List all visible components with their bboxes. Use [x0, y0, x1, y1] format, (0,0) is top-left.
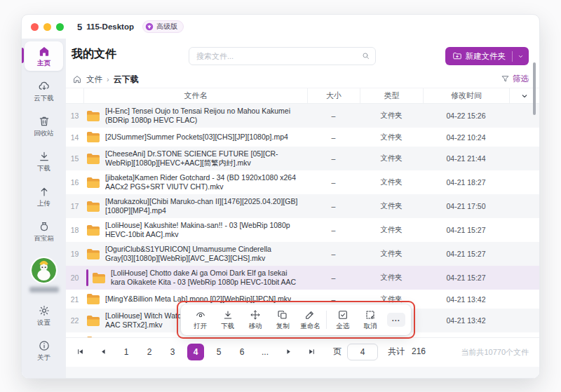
folder-icon	[92, 272, 106, 284]
sidebar-item-home[interactable]: 主页	[25, 41, 63, 71]
toolbar-action-select-all[interactable]: 全选	[329, 309, 356, 331]
page-first-icon[interactable]	[72, 344, 88, 360]
sidebar-item-label: 上传	[37, 199, 50, 208]
new-folder-button[interactable]: 新建文件夹	[445, 47, 529, 65]
toolbar-action-open-eye[interactable]: 打开	[187, 309, 214, 331]
sidebar-item-1[interactable]: 云下载	[25, 76, 63, 106]
table-row[interactable]: 15[CheeseAni] Dr.STONE SCIENCE FUTURE [0…	[66, 147, 539, 170]
pagination-bar: 123456... 页 共计216 当前共10770个文件	[66, 337, 539, 365]
sidebar-item-5[interactable]: 百宝箱	[25, 217, 63, 246]
folder-icon	[86, 153, 100, 165]
file-size: –	[307, 273, 360, 282]
table-row[interactable]: 20[LoliHouse] Chotto dake Ai ga Omoi Dar…	[66, 266, 539, 290]
page-button-2[interactable]: 2	[141, 344, 158, 360]
vip-icon	[145, 22, 154, 31]
table-row[interactable]: 17[Marukazoku][Chibi Maruko-chan II][147…	[66, 194, 539, 218]
folder-icon	[86, 201, 100, 212]
sidebar-bottom: 设置关于	[25, 258, 63, 378]
sidebar-footer-item-1[interactable]: 关于	[25, 336, 63, 365]
toolbar-action-label: 重命名	[300, 322, 320, 331]
file-name-cell: [LoliHouse] Chotto dake Ai ga Omoi Dark …	[83, 266, 307, 290]
page-button-6[interactable]: 6	[234, 344, 250, 360]
file-name: [Marukazoku][Chibi Maruko-chan II][1476]…	[105, 197, 302, 215]
page-last-icon[interactable]	[303, 344, 320, 360]
premium-badge[interactable]: 高级版	[142, 20, 184, 33]
table-row[interactable]: 16[jibaketa]Kamen Rider Gotchard - 34 (B…	[66, 170, 539, 194]
folder-plus-icon	[452, 51, 462, 61]
sidebar-item-2[interactable]: 回收站	[25, 111, 63, 141]
page-button-3[interactable]: 3	[164, 344, 181, 360]
toolbar-divider	[326, 311, 327, 329]
file-name-cell: [LoliHouse] Kakushite! Makina-san!! - 03…	[83, 218, 307, 242]
info-icon	[38, 339, 50, 352]
file-size: –	[307, 295, 360, 304]
sidebar-item-4[interactable]: 上传	[25, 182, 63, 211]
column-filename[interactable]: 文件名	[83, 88, 307, 103]
toolbar-action-label: 取消	[363, 322, 377, 331]
toolbar-action-rename[interactable]: 重命名	[297, 309, 324, 331]
search-input[interactable]	[189, 47, 376, 65]
username-blurred	[29, 287, 59, 292]
home-breadcrumb-icon[interactable]	[72, 74, 82, 84]
page-prev-icon[interactable]	[95, 344, 111, 360]
breadcrumb: 文件 › 云下载 筛选	[66, 71, 539, 88]
page-button-5[interactable]: 5	[210, 344, 227, 360]
table-row[interactable]: 13[H-Enc] Tensei Oujo to Tensai Reijou n…	[66, 104, 539, 128]
page-button-4[interactable]: 4	[187, 344, 204, 360]
avatar[interactable]	[32, 258, 56, 283]
total-value: 216	[412, 346, 426, 356]
toolbar-action-copy[interactable]: 复制	[269, 309, 297, 331]
table-row[interactable]: 18[LoliHouse] Kakushite! Makina-san!! - …	[66, 218, 539, 242]
bottom-strip	[66, 367, 539, 378]
selection-indicator	[86, 269, 88, 286]
file-name: [CheeseAni] Dr.STONE SCIENCE FUTURE [05]…	[105, 149, 302, 168]
filter-label: 筛选	[513, 74, 529, 84]
page-ellipsis[interactable]: ...	[257, 344, 273, 360]
toolbar-more-button[interactable]: ...	[387, 313, 405, 327]
file-name-cell: [jibaketa]Kamen Rider Gotchard - 34 (BD …	[83, 170, 307, 194]
file-size: –	[307, 250, 360, 258]
toolbar-action-download[interactable]: 下载	[214, 309, 241, 331]
toolbar-action-move[interactable]: 移动	[241, 309, 269, 331]
file-type: 文件夹	[360, 177, 423, 187]
column-modified[interactable]: 修改时间	[423, 88, 509, 103]
app-window: 5 115-Desktop 高级版 主页云下载回收站下载上传百宝箱 设置关于 我…	[21, 14, 540, 379]
filter-button[interactable]: 筛选	[501, 74, 529, 84]
table-row[interactable]: 19[OguriClub&S1YURICON] Umamusume Cinder…	[66, 242, 539, 266]
minimize-window-button[interactable]	[43, 23, 51, 31]
breadcrumb-root[interactable]: 文件	[86, 74, 102, 85]
search-icon[interactable]	[361, 51, 370, 60]
file-table-body: 13[H-Enc] Tensei Oujo to Tensai Reijou n…	[66, 104, 539, 337]
new-folder-dropdown[interactable]	[513, 53, 529, 60]
file-modified: 04-21 15:27	[423, 273, 509, 282]
file-size: –	[307, 154, 360, 163]
maximize-window-button[interactable]	[56, 23, 64, 31]
row-number: 13	[66, 111, 83, 120]
trash-icon	[38, 115, 50, 128]
titlebar: 5 115-Desktop 高级版	[22, 15, 539, 39]
file-name-cell: [OguriClub&S1YURICON] Umamusume Cinderel…	[83, 242, 307, 266]
page-number-input[interactable]	[347, 344, 378, 360]
file-type: 文件夹	[360, 111, 423, 121]
chevron-down-icon	[520, 92, 529, 100]
sidebar-item-3[interactable]: 下载	[25, 147, 63, 176]
gear-icon	[38, 304, 50, 317]
table-row[interactable]: 14[2USummer]Summer Pockets[03][CHS][JP][…	[66, 128, 539, 147]
folder-icon	[86, 110, 100, 122]
sidebar-footer-item-0[interactable]: 设置	[25, 301, 63, 330]
column-index	[66, 88, 83, 103]
column-size[interactable]: 大小	[307, 88, 360, 103]
toolbar-action-deselect[interactable]: 取消	[356, 309, 384, 331]
column-type[interactable]: 类型	[360, 88, 423, 103]
download-icon	[38, 150, 50, 163]
app-logo: 5	[77, 22, 82, 32]
page-next-icon[interactable]	[280, 344, 297, 360]
toolbar-action-label: 全选	[336, 322, 349, 331]
page-button-1[interactable]: 1	[118, 344, 135, 360]
close-window-button[interactable]	[31, 23, 39, 31]
toolbar-action-label: 复制	[276, 322, 290, 331]
folder-icon	[86, 315, 100, 327]
file-name-cell: [H-Enc] Tensei Oujo to Tensai Reijou no …	[83, 104, 307, 128]
vertical-scrollbar[interactable]	[533, 62, 536, 115]
sidebar-item-label: 下载	[37, 164, 50, 173]
